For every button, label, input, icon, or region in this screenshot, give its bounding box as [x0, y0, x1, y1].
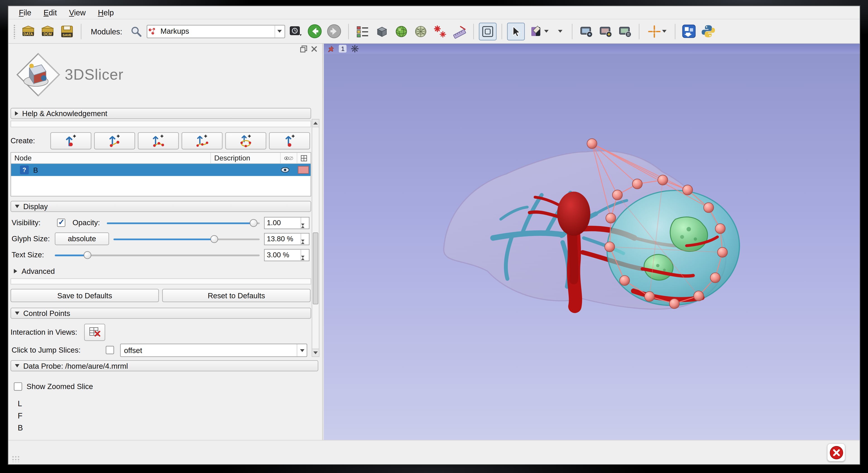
toolbar-drag-handle[interactable]: [13, 24, 16, 38]
glyph-scale-mode-button[interactable]: absolute: [55, 232, 109, 245]
scrollbar-thumb[interactable]: [313, 232, 318, 305]
close-panel-icon[interactable]: [311, 45, 318, 53]
save-button[interactable]: SAVE: [58, 23, 76, 40]
advanced-collapsible[interactable]: Advanced: [14, 267, 322, 276]
markup-control-point[interactable]: [606, 213, 616, 223]
module-history-button[interactable]: [287, 23, 304, 40]
surface-mesh-button[interactable]: [412, 23, 430, 40]
scrollbar-up-button[interactable]: [312, 120, 319, 127]
3d-scene[interactable]: [324, 54, 860, 440]
glyph-size-slider[interactable]: [114, 235, 260, 243]
scrollbar-down-button[interactable]: [312, 349, 319, 356]
extensions-manager-button[interactable]: [680, 23, 698, 40]
create-angle-button[interactable]: [138, 132, 179, 149]
markup-control-point[interactable]: [605, 242, 615, 252]
volume-module-button[interactable]: [373, 23, 391, 40]
screenshot-button[interactable]: [577, 23, 595, 40]
menu-edit[interactable]: Edit: [38, 7, 62, 18]
panel-splitter[interactable]: [322, 44, 324, 440]
markup-control-point[interactable]: [683, 185, 693, 195]
volume-rendering-button[interactable]: [392, 23, 410, 40]
column-visibility[interactable]: [281, 153, 297, 163]
node-visibility-eye-icon[interactable]: [280, 166, 290, 173]
markup-control-point[interactable]: [715, 224, 725, 233]
create-plane-button[interactable]: [269, 132, 310, 149]
menu-view[interactable]: View: [64, 7, 91, 18]
show-zoomed-slice-checkbox[interactable]: [14, 382, 22, 390]
scene-view-restore-button[interactable]: [616, 23, 634, 40]
help-section-header[interactable]: Help & Acknowledgement: [10, 108, 311, 119]
window-level-tool-button[interactable]: [526, 23, 552, 40]
data-probe-section-header[interactable]: Data Probe: /home/aure/4.mrml: [10, 360, 318, 371]
python-console-button[interactable]: [700, 23, 717, 40]
column-color[interactable]: [297, 153, 311, 163]
node-color-swatch[interactable]: [298, 166, 309, 174]
view-options-gear-icon[interactable]: [351, 45, 359, 53]
layout-selector-button[interactable]: [353, 23, 371, 40]
text-size-spinbox[interactable]: 3.00 %: [264, 249, 309, 261]
viewport-zoom-button[interactable]: [479, 23, 496, 40]
module-selector-combo[interactable]: Markups: [147, 25, 285, 38]
glyph-size-spinbox[interactable]: 13.80 %: [264, 233, 309, 245]
markup-control-point[interactable]: [645, 291, 654, 302]
search-icon: [130, 25, 142, 37]
create-closed-curve-button[interactable]: [225, 132, 266, 149]
slider-handle[interactable]: [84, 251, 91, 259]
show-zoomed-slice-row: Show Zoomed Slice: [14, 381, 322, 391]
place-mode-dropdown[interactable]: [554, 23, 567, 40]
add-dicom-button[interactable]: DCM: [39, 23, 56, 40]
resize-grip[interactable]: [11, 455, 20, 462]
module-forward-button[interactable]: [325, 23, 343, 40]
expanded-arrow-icon: [15, 364, 20, 368]
markup-control-point[interactable]: [670, 299, 679, 309]
save-icon: SAVE: [60, 24, 74, 38]
markup-control-point[interactable]: [694, 291, 704, 301]
ruler-annotation-button[interactable]: [451, 23, 468, 40]
display-section-header[interactable]: Display: [10, 201, 311, 212]
module-back-button[interactable]: [306, 23, 324, 40]
markup-control-point[interactable]: [704, 203, 714, 213]
crosshair-button[interactable]: [644, 23, 670, 40]
markup-control-point[interactable]: [632, 179, 643, 189]
glyph-size-value: 13.80 %: [265, 233, 301, 245]
viewport-zoom-icon: [481, 25, 494, 38]
save-defaults-label: Save to Defaults: [57, 291, 112, 299]
reset-defaults-button[interactable]: Reset to Defaults: [162, 289, 310, 302]
slider-handle[interactable]: [211, 235, 218, 243]
markup-control-point[interactable]: [658, 175, 668, 185]
create-point-list-button[interactable]: [51, 132, 91, 149]
visibility-checkbox[interactable]: [57, 219, 65, 227]
mouse-interaction-button[interactable]: [507, 23, 525, 40]
scrollbar-track[interactable]: [312, 127, 319, 349]
display-section-label: Display: [23, 202, 48, 211]
error-close-button[interactable]: [827, 443, 845, 462]
scene-view-save-button[interactable]: [596, 23, 614, 40]
create-line-button[interactable]: [94, 132, 135, 149]
interaction-views-button[interactable]: [84, 323, 105, 341]
jump-mode-combo[interactable]: offset: [120, 344, 307, 357]
markup-control-point[interactable]: [710, 273, 720, 283]
control-points-section-header[interactable]: Control Points: [10, 308, 311, 319]
add-data-button[interactable]: DATA: [20, 23, 37, 40]
menu-help[interactable]: Help: [93, 7, 119, 18]
opacity-slider[interactable]: [107, 219, 260, 227]
text-size-slider[interactable]: [55, 251, 260, 259]
markup-control-point[interactable]: [620, 276, 630, 285]
panel-scrollbar[interactable]: [312, 119, 319, 357]
pin-icon[interactable]: [328, 45, 335, 52]
jump-slices-checkbox[interactable]: [106, 346, 114, 354]
markup-control-point[interactable]: [613, 190, 623, 200]
spin-down-icon[interactable]: [301, 258, 309, 266]
markup-control-point[interactable]: [587, 139, 597, 149]
node-row-selected[interactable]: ? B: [11, 164, 311, 176]
svg-text:DCM: DCM: [43, 32, 52, 36]
menu-file[interactable]: File: [14, 7, 36, 18]
markup-control-point[interactable]: [718, 247, 727, 257]
fiducial-glyph-button[interactable]: [431, 23, 449, 40]
opacity-spinbox[interactable]: 1.00: [264, 217, 309, 229]
slider-handle[interactable]: [250, 219, 257, 227]
module-search-button[interactable]: [127, 23, 145, 40]
save-defaults-button[interactable]: Save to Defaults: [10, 289, 159, 302]
undock-panel-icon[interactable]: [300, 45, 307, 53]
create-open-curve-button[interactable]: [182, 132, 222, 149]
